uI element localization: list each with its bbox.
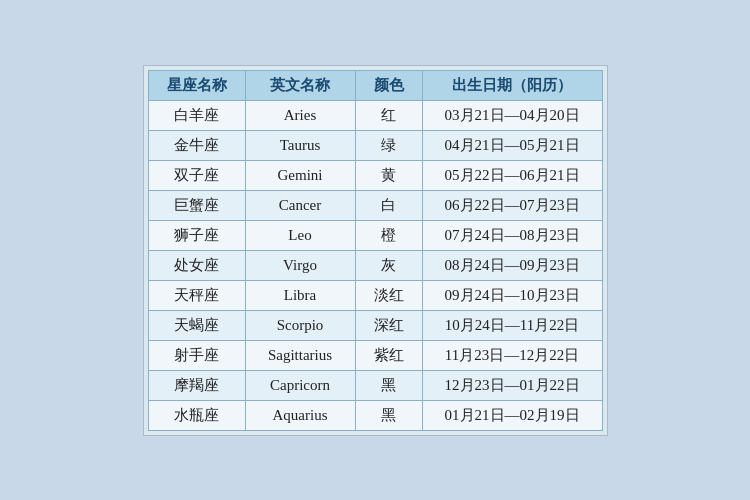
cell-chinese: 双子座 — [148, 160, 245, 190]
cell-english: Gemini — [245, 160, 355, 190]
cell-color: 黄 — [355, 160, 422, 190]
cell-date: 03月21日—04月20日 — [422, 100, 602, 130]
cell-chinese: 天秤座 — [148, 280, 245, 310]
cell-chinese: 水瓶座 — [148, 400, 245, 430]
cell-date: 06月22日—07月23日 — [422, 190, 602, 220]
cell-chinese: 射手座 — [148, 340, 245, 370]
cell-date: 12月23日—01月22日 — [422, 370, 602, 400]
table-row: 巨蟹座Cancer白06月22日—07月23日 — [148, 190, 602, 220]
header-date: 出生日期（阳历） — [422, 70, 602, 100]
cell-color: 红 — [355, 100, 422, 130]
cell-color: 黑 — [355, 400, 422, 430]
cell-chinese: 巨蟹座 — [148, 190, 245, 220]
table-row: 水瓶座Aquarius黑01月21日—02月19日 — [148, 400, 602, 430]
cell-english: Aries — [245, 100, 355, 130]
table-header-row: 星座名称 英文名称 颜色 出生日期（阳历） — [148, 70, 602, 100]
cell-english: Libra — [245, 280, 355, 310]
cell-english: Capricorn — [245, 370, 355, 400]
cell-date: 04月21日—05月21日 — [422, 130, 602, 160]
table-row: 双子座Gemini黄05月22日—06月21日 — [148, 160, 602, 190]
cell-chinese: 狮子座 — [148, 220, 245, 250]
cell-date: 07月24日—08月23日 — [422, 220, 602, 250]
cell-english: Sagittarius — [245, 340, 355, 370]
zodiac-table: 星座名称 英文名称 颜色 出生日期（阳历） 白羊座Aries红03月21日—04… — [148, 70, 603, 431]
cell-color: 深红 — [355, 310, 422, 340]
header-chinese: 星座名称 — [148, 70, 245, 100]
header-english: 英文名称 — [245, 70, 355, 100]
cell-color: 绿 — [355, 130, 422, 160]
cell-date: 10月24日—11月22日 — [422, 310, 602, 340]
table-row: 处女座Virgo灰08月24日—09月23日 — [148, 250, 602, 280]
cell-chinese: 处女座 — [148, 250, 245, 280]
table-row: 天秤座Libra淡红09月24日—10月23日 — [148, 280, 602, 310]
cell-color: 灰 — [355, 250, 422, 280]
table-row: 狮子座Leo橙07月24日—08月23日 — [148, 220, 602, 250]
cell-english: Virgo — [245, 250, 355, 280]
cell-color: 橙 — [355, 220, 422, 250]
table-row: 天蝎座Scorpio深红10月24日—11月22日 — [148, 310, 602, 340]
cell-chinese: 白羊座 — [148, 100, 245, 130]
cell-chinese: 摩羯座 — [148, 370, 245, 400]
cell-english: Leo — [245, 220, 355, 250]
header-color: 颜色 — [355, 70, 422, 100]
cell-date: 01月21日—02月19日 — [422, 400, 602, 430]
cell-color: 紫红 — [355, 340, 422, 370]
cell-chinese: 天蝎座 — [148, 310, 245, 340]
cell-chinese: 金牛座 — [148, 130, 245, 160]
cell-color: 淡红 — [355, 280, 422, 310]
cell-english: Aquarius — [245, 400, 355, 430]
cell-color: 白 — [355, 190, 422, 220]
cell-color: 黑 — [355, 370, 422, 400]
cell-english: Cancer — [245, 190, 355, 220]
cell-date: 05月22日—06月21日 — [422, 160, 602, 190]
table-row: 金牛座Taurus绿04月21日—05月21日 — [148, 130, 602, 160]
cell-date: 09月24日—10月23日 — [422, 280, 602, 310]
table-row: 白羊座Aries红03月21日—04月20日 — [148, 100, 602, 130]
cell-english: Taurus — [245, 130, 355, 160]
table-row: 摩羯座Capricorn黑12月23日—01月22日 — [148, 370, 602, 400]
table-row: 射手座Sagittarius紫红11月23日—12月22日 — [148, 340, 602, 370]
cell-date: 08月24日—09月23日 — [422, 250, 602, 280]
zodiac-table-container: 星座名称 英文名称 颜色 出生日期（阳历） 白羊座Aries红03月21日—04… — [143, 65, 608, 436]
cell-date: 11月23日—12月22日 — [422, 340, 602, 370]
cell-english: Scorpio — [245, 310, 355, 340]
